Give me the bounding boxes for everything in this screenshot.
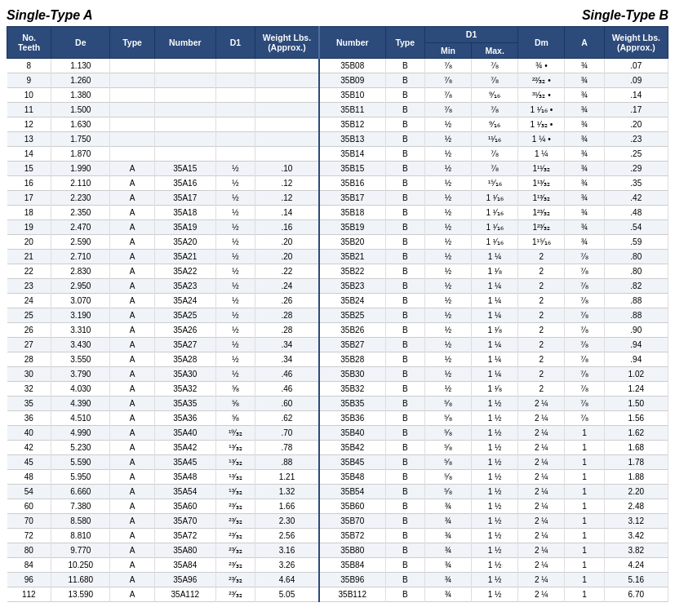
cell-d1-max: 1 ½ — [472, 514, 518, 529]
cell-number-b: 35B112 — [319, 587, 385, 602]
cell-d1-a: ½ — [215, 250, 255, 264]
cell-d1-max: ¹¹⁄₁₆ — [472, 132, 518, 147]
cell-type-a: A — [110, 529, 154, 543]
cell-d1-a: ½ — [215, 176, 255, 191]
cell-dm: 2 — [518, 279, 565, 294]
cell-teeth: 42 — [7, 441, 51, 455]
cell-weight-a: .46 — [255, 367, 319, 382]
cell-weight-b: 3.42 — [604, 529, 668, 543]
cell-number-b: 35B28 — [319, 352, 385, 367]
cell-type-b: B — [385, 220, 424, 235]
cell-dm: 1¹¹⁄₃₂ — [518, 162, 565, 176]
cell-number-a: 35A45 — [154, 455, 215, 470]
cell-type-b: B — [385, 338, 424, 352]
cell-weight-a — [255, 103, 319, 117]
cell-weight-b: .94 — [604, 352, 668, 367]
table-row: 354.390A35A35⁵⁄₈.6035B35B⁵⁄₈1 ½2 ¼⁷⁄₈1.5… — [7, 397, 668, 411]
cell-d1-max: 1 ½ — [472, 529, 518, 543]
cell-type-a: A — [110, 485, 154, 499]
table-row: 546.660A35A54¹³⁄₃₂1.3235B54B⁵⁄₈1 ½2 ¼12.… — [7, 485, 668, 499]
cell-number-b: 35B11 — [319, 103, 385, 117]
cell-teeth: 27 — [7, 338, 51, 352]
cell-teeth: 72 — [7, 529, 51, 543]
cell-a: ¾ — [565, 162, 604, 176]
cell-type-a: A — [110, 587, 154, 602]
cell-d1-max: 1 ½ — [472, 426, 518, 441]
cell-number-b: 35B26 — [319, 323, 385, 338]
cell-weight-b: 6.70 — [604, 587, 668, 602]
cell-dm: 2 — [518, 250, 565, 264]
cell-weight-b: 1.62 — [604, 426, 668, 441]
cell-a: ⁷⁄₈ — [565, 411, 604, 426]
table-row: 111.50035B11B⁷⁄₈⁷⁄₈1 ¹⁄₁₆ •¾.17 — [7, 103, 668, 117]
cell-d1-max: ⁷⁄₈ — [472, 162, 518, 176]
table-row: 121.63035B12B½⁹⁄₁₆1 ¹⁄₃₂ •¾.20 — [7, 117, 668, 132]
cell-d1-min: ⁵⁄₈ — [424, 411, 471, 426]
cell-number-b: 35B08 — [319, 59, 385, 73]
cell-teeth: 48 — [7, 470, 51, 485]
cell-d1-min: ⁵⁄₈ — [424, 470, 471, 485]
table-row: 91.26035B09B⁷⁄₈⁷⁄₈²²⁄₃₂ •¾.09 — [7, 73, 668, 88]
cell-weight-a: 2.56 — [255, 529, 319, 543]
cell-type-b: B — [385, 206, 424, 220]
cell-weight-a: 4.64 — [255, 573, 319, 587]
cell-type-b: B — [385, 455, 424, 470]
cell-de: 2.950 — [51, 279, 110, 294]
cell-de: 4.390 — [51, 397, 110, 411]
cell-number-a — [154, 117, 215, 132]
cell-type-a: A — [110, 573, 154, 587]
table-row: 809.770A35A80²³⁄₃₂3.1635B80B¾1 ½2 ¼13.82 — [7, 543, 668, 558]
table-row: 728.810A35A72²³⁄₃₂2.5635B72B¾1 ½2 ¼13.42 — [7, 529, 668, 543]
cell-weight-b: 3.12 — [604, 514, 668, 529]
cell-d1-max: ¹⁵⁄₁₆ — [472, 176, 518, 191]
cell-d1-max: ⁷⁄₈ — [472, 59, 518, 73]
cell-teeth: 36 — [7, 411, 51, 426]
cell-number-a: 35A23 — [154, 279, 215, 294]
cell-teeth: 84 — [7, 558, 51, 573]
cell-dm: 2 — [518, 338, 565, 352]
cell-weight-a — [255, 59, 319, 73]
cell-d1-a: ²³⁄₃₂ — [215, 558, 255, 573]
cell-d1-max: 1 ½ — [472, 485, 518, 499]
cell-dm: 2 ¼ — [518, 543, 565, 558]
cell-d1-a: ¹³⁄₃₂ — [215, 485, 255, 499]
cell-d1-a: ⁵⁄₈ — [215, 411, 255, 426]
cell-a: 1 — [565, 558, 604, 573]
cell-weight-a: .12 — [255, 176, 319, 191]
cell-number-b: 35B80 — [319, 543, 385, 558]
col-header-teeth: No.Teeth — [7, 27, 51, 59]
cell-de: 13.590 — [51, 587, 110, 602]
cell-weight-b: 1.68 — [604, 441, 668, 455]
table-row: 364.510A35A36⁵⁄₈.6235B36B⁵⁄₈1 ½2 ¼⁷⁄₈1.5… — [7, 411, 668, 426]
col-header-de: De — [51, 27, 110, 59]
cell-a: ¾ — [565, 206, 604, 220]
cell-teeth: 30 — [7, 367, 51, 382]
cell-weight-b: .07 — [604, 59, 668, 73]
cell-number-a: 35A84 — [154, 558, 215, 573]
cell-teeth: 18 — [7, 206, 51, 220]
cell-number-b: 35B22 — [319, 264, 385, 279]
cell-a: ⁷⁄₈ — [565, 338, 604, 352]
cell-weight-a: 2.30 — [255, 514, 319, 529]
cell-number-b: 35B18 — [319, 206, 385, 220]
cell-teeth: 15 — [7, 162, 51, 176]
cell-number-a: 35A35 — [154, 397, 215, 411]
cell-type-b: B — [385, 191, 424, 206]
cell-weight-a: .62 — [255, 411, 319, 426]
cell-weight-b: .54 — [604, 220, 668, 235]
col-header-d1: D1 — [424, 27, 517, 43]
cell-type-a: A — [110, 176, 154, 191]
cell-teeth: 16 — [7, 176, 51, 191]
cell-number-b: 35B48 — [319, 470, 385, 485]
cell-dm: 1¹³⁄₃₂ — [518, 191, 565, 206]
cell-type-b: B — [385, 59, 424, 73]
cell-teeth: 25 — [7, 308, 51, 323]
cell-a: 1 — [565, 543, 604, 558]
cell-weight-b: .94 — [604, 338, 668, 352]
table-row: 324.030A35A32⁵⁄₈.4635B32B½1 ¹⁄₈2⁷⁄₈1.24 — [7, 382, 668, 397]
cell-number-a: 35A15 — [154, 162, 215, 176]
cell-number-a: 35A20 — [154, 235, 215, 250]
cell-d1-max: 1 ½ — [472, 455, 518, 470]
cell-d1-max: 1 ½ — [472, 543, 518, 558]
cell-number-a: 35A112 — [154, 587, 215, 602]
